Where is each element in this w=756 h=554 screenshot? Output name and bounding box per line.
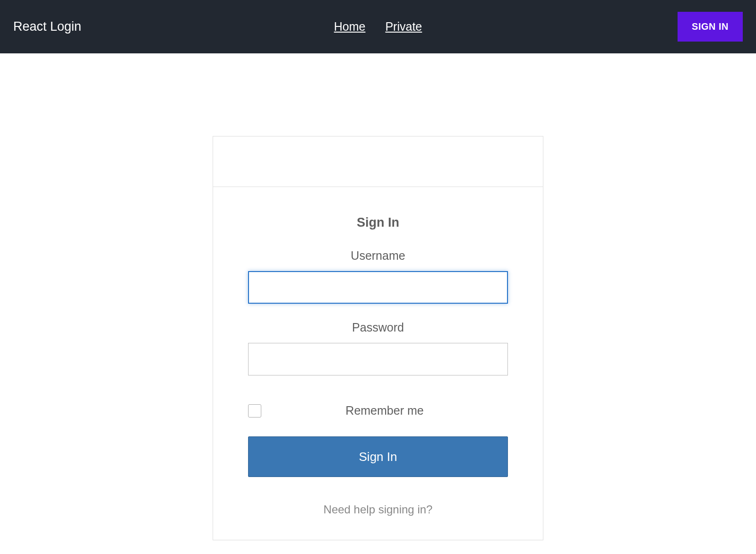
username-label: Username [248, 249, 508, 263]
nav-link-private[interactable]: Private [385, 20, 422, 34]
password-group: Password [248, 321, 508, 375]
password-label: Password [248, 321, 508, 334]
remember-checkbox[interactable] [248, 404, 261, 418]
password-input[interactable] [248, 343, 508, 375]
signin-submit-button[interactable]: Sign In [248, 436, 508, 477]
username-group: Username [248, 249, 508, 304]
navbar-brand: React Login [13, 19, 81, 34]
login-card-body: Sign In Username Password Remember me Si… [213, 187, 543, 540]
remember-label: Remember me [261, 404, 508, 418]
navbar: React Login Home Private SIGN IN [0, 0, 756, 53]
signin-nav-button[interactable]: SIGN IN [678, 12, 743, 42]
username-input[interactable] [248, 271, 508, 304]
login-card: Sign In Username Password Remember me Si… [213, 136, 543, 540]
navbar-links: Home Private [334, 20, 422, 34]
remember-row: Remember me [248, 404, 508, 418]
main-content: Sign In Username Password Remember me Si… [0, 53, 756, 540]
login-card-header [213, 136, 543, 187]
nav-link-home[interactable]: Home [334, 20, 366, 34]
login-title: Sign In [248, 215, 508, 230]
help-link[interactable]: Need help signing in? [248, 503, 508, 516]
